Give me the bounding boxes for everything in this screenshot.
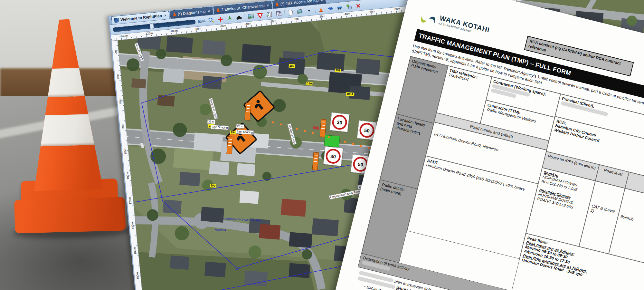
ruler-label: 0m (294, 17, 298, 21)
ruler-label: 80m (394, 7, 400, 11)
chevron-down-icon[interactable] (305, 6, 313, 14)
toolbar-separator (315, 7, 316, 13)
cone-tool-icon[interactable] (317, 5, 325, 13)
map-annotation-label: 203-0000-871-SSD (209, 98, 218, 120)
export-image-icon[interactable] (296, 7, 304, 15)
map-house-label: 194 (230, 130, 236, 134)
ruler-label: 40m (344, 12, 350, 16)
picture-icon[interactable] (247, 12, 255, 20)
ruler-label: 140m (131, 225, 135, 229)
cone-icon (173, 12, 176, 16)
map-note: Region 4 (215, 228, 226, 232)
vehicle-tool-icon[interactable] (336, 4, 344, 11)
map-house-label: 180 (306, 82, 313, 85)
magnifier-icon[interactable] (207, 16, 215, 24)
delete-tool-icon[interactable] (355, 2, 362, 10)
ruler-label: 120m (128, 200, 132, 205)
speed-value: 50 (359, 122, 375, 139)
app-window-icon (114, 18, 119, 22)
toolbar-separator (284, 10, 285, 16)
tab-close-icon[interactable]: × (208, 9, 210, 13)
map-annotation-label: 35 m (207, 120, 215, 124)
tab-label: (*) Diagrams.tcp (177, 9, 206, 16)
binoculars-icon[interactable] (235, 14, 243, 21)
speed-limit-sign-30[interactable]: 30 (323, 146, 343, 166)
ruler-label: 80m (124, 150, 127, 154)
ruler-label: -60m (219, 24, 226, 28)
ruler-label: -40m (244, 22, 251, 26)
map-note: Landscape (W 640m x 36.38m) (223, 217, 261, 222)
compass-icon[interactable] (226, 15, 233, 22)
map-annotation-label: Sign Spacing (236, 130, 254, 135)
cone-icon (275, 2, 279, 6)
ruler-label: -20m (270, 19, 276, 23)
speed-limit-sign-30[interactable]: 30 (330, 112, 350, 132)
map-annotation-label: Longitudinal Safety Zone (329, 189, 361, 200)
map-annotation-label: 25 m (236, 124, 244, 129)
map-house-label: 200 (210, 184, 216, 188)
toolbar-separator (244, 14, 245, 20)
tab-close-icon[interactable]: × (267, 3, 269, 7)
ruler-label: 20m (116, 74, 120, 79)
ruler-label: 0m (114, 50, 117, 54)
zoom-level: 65% (197, 18, 205, 24)
map-house-label: 183 (289, 64, 295, 68)
ruler-label: 160m (133, 250, 137, 255)
map-annotation-label: Sign Spacing (211, 125, 229, 130)
sign-list-icon[interactable] (266, 11, 273, 18)
waka-kotahi-swoosh-icon (418, 9, 438, 30)
shapes-tool-icon[interactable] (345, 3, 353, 10)
map-house-label: 191 (335, 69, 341, 72)
arrow-tool-icon[interactable] (327, 5, 334, 12)
map-house-label: 193A (346, 92, 354, 96)
speed-value: 30 (331, 114, 348, 130)
tab-close-icon[interactable]: × (320, 0, 323, 2)
speed-value: 30 (325, 148, 341, 164)
zoom-slider-handle[interactable] (150, 23, 154, 29)
ruler-label: 100m (126, 175, 129, 179)
ruler-label: -80m (194, 27, 201, 31)
schedule-icon[interactable] (275, 10, 283, 17)
ruler-label: 60m (369, 10, 375, 14)
traffic-cone (9, 18, 124, 234)
ruler-label: 40m (119, 100, 122, 104)
ruler-label: 20m (319, 15, 325, 18)
ruler-label: 180m (136, 275, 139, 279)
new-page-icon[interactable] (287, 8, 295, 16)
map-annotation-label: 203-0000-871-SSD (287, 123, 296, 145)
tab-close-icon[interactable]: × (164, 13, 166, 17)
give-way-icon[interactable] (256, 11, 264, 19)
cone-icon (216, 8, 220, 12)
ruler-label: 60m (121, 125, 125, 130)
crosshair-icon[interactable] (217, 15, 224, 23)
map-annotation-label: OHAUPO ROAD (134, 43, 144, 62)
